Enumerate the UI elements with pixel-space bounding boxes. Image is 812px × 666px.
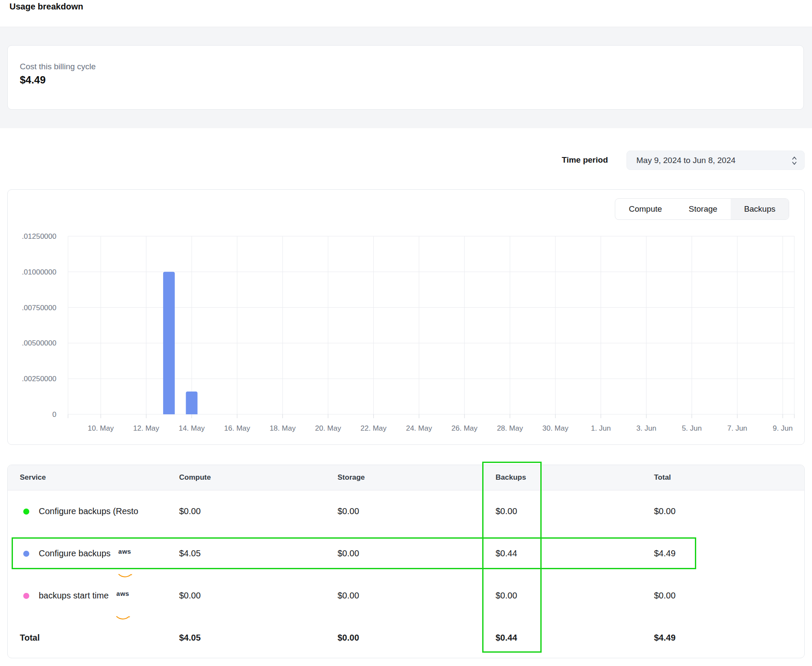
total-value-cell: $0.00	[654, 574, 676, 617]
x-axis-label: 9. Jun	[773, 424, 793, 432]
cost-card-amount: $4.49	[20, 74, 46, 86]
table-row: Configure backupsaws$4.05$0.00$0.44$4.49	[8, 532, 804, 574]
backups-value-cell: $0.44	[496, 532, 517, 574]
cost-card-label: Cost this billing cycle	[20, 62, 96, 71]
tab-compute[interactable]: Compute	[615, 199, 675, 219]
table-row: Configure backups (Resto$0.00$0.00$0.00$…	[8, 490, 804, 532]
total-value-cell: $0.00	[654, 490, 676, 532]
x-axis-label: 28. May	[497, 424, 523, 432]
x-axis-label: 5. Jun	[682, 424, 702, 432]
series-color-dot	[23, 509, 29, 515]
x-axis-label: 18. May	[270, 424, 296, 432]
backups-value-cell: $0.00	[496, 490, 517, 532]
column-header-backups: Backups	[496, 465, 526, 490]
compute-value-cell: $4.05	[179, 532, 201, 574]
aws-logo-icon: aws	[115, 591, 130, 602]
storage-value-cell: $0.00	[338, 574, 359, 617]
x-axis-label: 24. May	[406, 424, 432, 432]
column-header-compute: Compute	[179, 465, 211, 490]
table-row: backups start timeaws$0.00$0.00$0.00$0.0…	[8, 574, 804, 617]
total-compute-value-cell: $4.05	[179, 617, 201, 658]
y-axis-label: .01000000	[22, 268, 56, 276]
aws-logo-text: aws	[115, 591, 130, 596]
x-axis-label: 26. May	[452, 424, 478, 432]
billing-cycle-cost-card: Cost this billing cycle $4.49	[7, 45, 804, 110]
storage-value-cell: $0.00	[338, 490, 359, 532]
y-axis-label: .00750000	[22, 304, 56, 312]
compute-value-cell: $0.00	[179, 574, 201, 617]
service-cell: backups start timeaws	[39, 574, 130, 617]
total-total-value-cell: $4.49	[654, 617, 676, 658]
page-title: Usage breakdown	[9, 2, 83, 12]
x-axis-label: 3. Jun	[636, 424, 656, 432]
x-axis-label: 16. May	[224, 424, 251, 432]
column-header-total: Total	[654, 465, 671, 490]
time-period-label: Time period	[562, 155, 608, 165]
x-axis-label: 14. May	[179, 424, 205, 432]
aws-logo-text: aws	[118, 549, 132, 554]
service-cell: Configure backupsaws	[39, 532, 132, 574]
service-name: Configure backups	[39, 532, 111, 574]
billing-summary-band: Cost this billing cycle $4.49	[0, 27, 812, 128]
x-axis-label: 1. Jun	[591, 424, 611, 432]
tab-backups[interactable]: Backups	[731, 199, 789, 219]
storage-value-cell: $0.00	[338, 532, 359, 574]
tab-storage[interactable]: Storage	[676, 199, 731, 219]
x-axis-label: 20. May	[315, 424, 341, 432]
column-header-storage: Storage	[338, 465, 365, 490]
chart-bar[interactable]	[186, 392, 198, 414]
y-axis-label: 0	[53, 410, 56, 419]
y-axis-label: .00250000	[22, 375, 56, 383]
table-header-row: Service Compute Storage Backups Total	[8, 465, 804, 490]
x-axis-label: 30. May	[542, 424, 569, 432]
compute-value-cell: $0.00	[179, 490, 201, 532]
total-row-label: Total	[20, 617, 40, 658]
series-color-dot	[23, 593, 29, 599]
usage-chart-card: .01250000.01000000.00750000.00500000.002…	[7, 189, 805, 445]
x-axis-label: 10. May	[88, 424, 114, 432]
chart-bar[interactable]	[163, 272, 175, 414]
service-name: Configure backups (Resto	[39, 490, 138, 532]
column-header-service: Service	[20, 465, 46, 490]
chart-metric-tabs: Compute Storage Backups	[615, 198, 789, 220]
x-axis-label: 12. May	[133, 424, 159, 432]
usage-bar-chart: .01250000.01000000.00750000.00500000.002…	[8, 190, 804, 444]
y-axis-label: .00500000	[22, 339, 56, 347]
backups-value-cell: $0.00	[496, 574, 517, 617]
total-value-cell: $4.49	[654, 532, 676, 574]
table-total-row: Total$4.05$0.00$0.44$4.49	[8, 617, 804, 658]
y-axis-label: .01250000	[22, 232, 56, 240]
x-axis-label: 7. Jun	[727, 424, 747, 432]
service-name: backups start time	[39, 574, 108, 617]
x-axis-label: 22. May	[360, 424, 387, 432]
service-cell: Configure backups (Resto	[39, 490, 138, 532]
aws-logo-icon: aws	[118, 549, 132, 560]
select-chevrons-icon	[791, 156, 797, 167]
total-backups-value-cell: $0.44	[496, 617, 517, 658]
total-storage-value-cell: $0.00	[338, 617, 359, 658]
time-period-value: May 9, 2024 to Jun 8, 2024	[636, 151, 735, 170]
usage-breakdown-table: Service Compute Storage Backups Total Co…	[7, 465, 805, 658]
series-color-dot	[23, 551, 29, 557]
time-period-select[interactable]: May 9, 2024 to Jun 8, 2024	[626, 151, 805, 170]
